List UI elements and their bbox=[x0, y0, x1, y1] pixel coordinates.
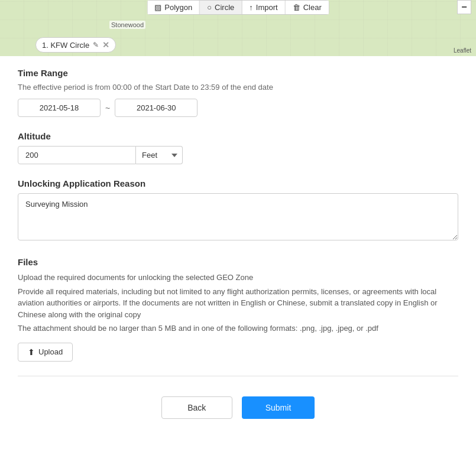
files-desc3: The attachment should be no larger than … bbox=[18, 323, 458, 334]
submit-button[interactable]: Submit bbox=[242, 396, 315, 419]
date-separator: ~ bbox=[101, 103, 115, 113]
reason-textarea[interactable] bbox=[18, 193, 458, 240]
reason-title: Unlocking Application Reason bbox=[18, 178, 458, 188]
altitude-input[interactable] bbox=[18, 146, 136, 164]
map-container: Stonewood ▨ Polygon ○ Circle ↑ Import 🗑 … bbox=[0, 0, 476, 56]
files-desc2: Provide all required materials, includin… bbox=[18, 286, 458, 321]
time-range-section: Time Range The effective period is from … bbox=[18, 68, 458, 117]
files-title: Files bbox=[18, 257, 458, 267]
leaflet-attribution: Leaflet bbox=[454, 47, 471, 54]
time-range-desc: The effective period is from 00:00 of th… bbox=[18, 83, 458, 92]
date-range-row: ~ bbox=[18, 99, 458, 117]
import-tool-button[interactable]: ↑ Import bbox=[242, 1, 285, 14]
clear-icon: 🗑 bbox=[293, 3, 300, 12]
circle-badge: 1. KFW Circle ✎ ✕ bbox=[35, 37, 116, 53]
upload-label: Upload bbox=[38, 347, 63, 356]
end-date-input[interactable] bbox=[115, 99, 197, 117]
back-button[interactable]: Back bbox=[161, 396, 232, 419]
main-content: Time Range The effective period is from … bbox=[0, 56, 476, 448]
time-range-title: Time Range bbox=[18, 68, 458, 78]
altitude-row: Feet Meters bbox=[18, 146, 458, 164]
zoom-out-button[interactable]: − bbox=[457, 0, 471, 14]
altitude-section: Altitude Feet Meters bbox=[18, 131, 458, 164]
altitude-title: Altitude bbox=[18, 131, 458, 141]
upload-icon: ⬆ bbox=[28, 347, 35, 357]
circle-badge-label: 1. KFW Circle bbox=[42, 41, 89, 50]
clear-tool-button[interactable]: 🗑 Clear bbox=[286, 1, 329, 14]
edit-icon[interactable]: ✎ bbox=[93, 41, 99, 49]
map-place-label: Stonewood bbox=[109, 21, 145, 29]
files-desc1: Upload the required documents for unlock… bbox=[18, 272, 458, 284]
start-date-input[interactable] bbox=[18, 99, 101, 117]
reason-section: Unlocking Application Reason bbox=[18, 178, 458, 243]
polygon-tool-button[interactable]: ▨ Polygon bbox=[147, 1, 200, 14]
files-section: Files Upload the required documents for … bbox=[18, 257, 458, 362]
import-icon: ↑ bbox=[249, 3, 253, 12]
polygon-icon: ▨ bbox=[154, 3, 161, 12]
unit-select[interactable]: Feet Meters bbox=[136, 146, 183, 164]
circle-tool-button[interactable]: ○ Circle bbox=[200, 1, 242, 14]
close-icon[interactable]: ✕ bbox=[102, 40, 109, 50]
upload-button[interactable]: ⬆ Upload bbox=[18, 343, 73, 362]
footer-buttons: Back Submit bbox=[18, 391, 458, 437]
map-toolbar: ▨ Polygon ○ Circle ↑ Import 🗑 Clear bbox=[147, 0, 329, 15]
circle-icon: ○ bbox=[207, 3, 212, 12]
footer-divider bbox=[18, 376, 458, 376]
